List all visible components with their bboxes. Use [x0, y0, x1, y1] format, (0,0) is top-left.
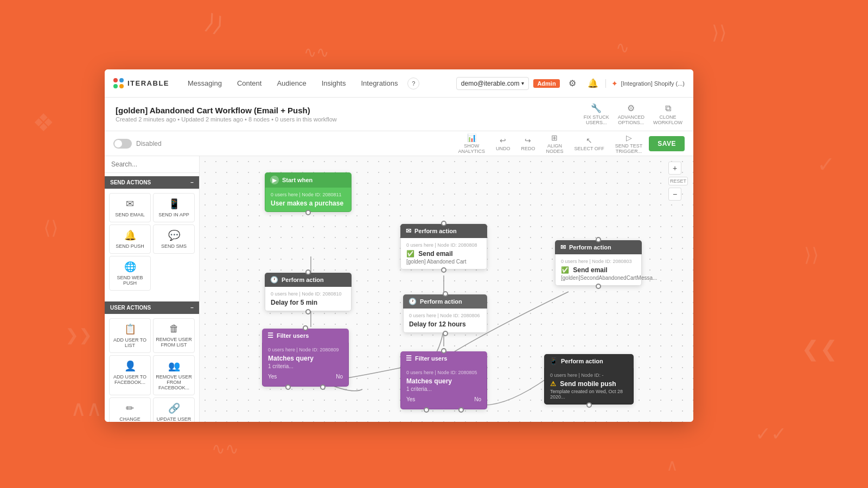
undo-icon: ↩: [500, 136, 506, 145]
clone-workflow-button[interactable]: ⧉ CLONEWORKFLOW: [653, 104, 682, 125]
filter1-node[interactable]: ☰ Filter users 0 users here | Node ID: 2…: [262, 329, 349, 387]
workflow-meta: Created 2 minutes ago • Updated 2 minute…: [116, 116, 337, 123]
send-actions-header[interactable]: SEND ACTIONS −: [105, 176, 199, 189]
filter1-meta: 0 users here | Node ID: 2080809: [268, 347, 343, 352]
select-off-button[interactable]: ↖ SELECT OFF: [570, 134, 609, 153]
settings-button[interactable]: ⚙: [564, 75, 580, 92]
start-node-body: 0 users here | Node ID: 2080811 User mak…: [265, 188, 352, 212]
nav-content[interactable]: Content: [232, 77, 267, 89]
nav-messaging[interactable]: Messaging: [182, 77, 227, 89]
delay2-title: Perform action: [420, 298, 462, 305]
sidebar-item-send-email[interactable]: ✉ SEND EMAIL: [109, 193, 151, 222]
zoom-out-button[interactable]: −: [668, 188, 681, 201]
user-actions-section: USER ACTIONS − 📋 ADD USER TO LIST 🗑 REMO…: [105, 298, 199, 422]
send-email2-status-icon: ✅: [561, 266, 569, 274]
send-email1-title: Perform action: [414, 228, 457, 234]
filter2-title: Filter users: [415, 355, 447, 362]
save-button[interactable]: SAVE: [649, 136, 685, 151]
nav-integrations[interactable]: Integrations: [355, 77, 403, 89]
logo-area: ITERABLE: [113, 78, 169, 89]
sidebar-item-send-sms[interactable]: 💬 SEND SMS: [153, 224, 195, 254]
send-web-push-label: SEND WEB PUSH: [112, 275, 148, 286]
fix-stuck-button[interactable]: 🔧 FIX STUCKUSERS...: [584, 103, 609, 125]
workflow-title: [golden] Abandoned Cart Workflow (Email …: [116, 106, 337, 115]
filter2-icon: ☰: [406, 355, 412, 362]
clone-label: CLONEWORKFLOW: [653, 114, 682, 125]
align-nodes-button[interactable]: ⊞ ALIGN NODES: [541, 131, 567, 156]
search-input[interactable]: [105, 156, 199, 173]
send-test-label: SEND TEST TRIGGER...: [615, 143, 642, 154]
filter2-sub: 1 criteria...: [406, 386, 481, 392]
start-node[interactable]: ▶ Start when 0 users here | Node ID: 208…: [265, 172, 352, 212]
push-header: 📱 Perform action: [544, 354, 634, 368]
nav-audience[interactable]: Audience: [271, 77, 311, 89]
push-node[interactable]: 📱 Perform action 0 users here | Node ID:…: [544, 354, 634, 404]
disabled-toggle[interactable]: Disabled: [113, 139, 162, 149]
fix-stuck-icon: 🔧: [591, 103, 602, 113]
sidebar-item-add-user-facebook[interactable]: 👤 ADD USER TO FACEBOOK...: [109, 355, 151, 395]
send-email1-status-icon: ✅: [406, 250, 414, 258]
zoom-in-button[interactable]: +: [668, 162, 681, 175]
sidebar-item-remove-user-list[interactable]: 🗑 REMOVE USER FROM LIST: [153, 318, 195, 353]
logo-icon: [113, 78, 124, 89]
filter2-node[interactable]: ☰ Filter users 0 users here | Node ID: 2…: [400, 351, 487, 409]
zoom-reset-button[interactable]: RESET: [668, 177, 688, 185]
push-text: Send mobile push: [560, 380, 616, 388]
analytics-icon: 📊: [467, 133, 476, 142]
nav-insights[interactable]: Insights: [316, 77, 352, 89]
sidebar-item-change-contact[interactable]: ✏ CHANGE CONTACT FIELD: [109, 397, 151, 422]
start-node-content: User makes a purchase: [271, 200, 346, 207]
toggle-knob: [114, 140, 122, 147]
select-label: SELECT OFF: [575, 146, 604, 151]
remove-facebook-icon: 👥: [168, 360, 180, 372]
sidebar-item-add-user-list[interactable]: 📋 ADD USER TO LIST: [109, 318, 151, 353]
filter2-yes: Yes: [406, 396, 415, 402]
start-node-meta: 0 users here | Node ID: 2080811: [271, 192, 346, 197]
user-actions-label: USER ACTIONS: [110, 305, 151, 311]
dropdown-icon: ▾: [521, 80, 524, 86]
send-email1-content: ✅ Send email: [406, 250, 481, 258]
sidebar-item-remove-user-facebook[interactable]: 👥 REMOVE USER FROM FACEBOOK...: [153, 355, 195, 395]
delay1-node[interactable]: 🕐 Perform action 0 users here | Node ID:…: [265, 273, 352, 311]
filter2-no: No: [474, 396, 481, 402]
delay2-node[interactable]: 🕐 Perform action 0 users here | Node ID:…: [403, 294, 487, 333]
clone-icon: ⧉: [665, 104, 671, 113]
user-actions-header[interactable]: USER ACTIONS −: [105, 301, 199, 314]
help-button[interactable]: ?: [407, 78, 419, 89]
top-nav: ITERABLE Messaging Content Audience Insi…: [105, 69, 693, 98]
send-actions-collapse[interactable]: −: [190, 179, 194, 185]
send-email2-node[interactable]: ✉ Perform action 0 users here | Node ID:…: [555, 240, 642, 286]
email-selector[interactable]: demo@iterable.com ▾: [456, 77, 529, 90]
send-actions-section: SEND ACTIONS − ✉ SEND EMAIL 📱 SEND IN AP…: [105, 173, 199, 298]
send-email1-body: 0 users here | Node ID: 2080808 ✅ Send e…: [400, 238, 487, 269]
show-analytics-button[interactable]: 📊 SHOW ANALYTICS: [454, 131, 489, 156]
canvas[interactable]: ▶ Start when 0 users here | Node ID: 208…: [200, 156, 693, 422]
sidebar-item-send-web-push[interactable]: 🌐 SEND WEB PUSH: [109, 256, 151, 291]
update-profile-label: UPDATE USER PROFILE WEBHOOK: [156, 416, 192, 422]
send-email1-connector-bottom: [441, 267, 446, 273]
send-actions-label: SEND ACTIONS: [110, 179, 151, 185]
sidebar-item-update-profile[interactable]: 🔗 UPDATE USER PROFILE WEBHOOK: [153, 397, 195, 422]
send-email-label: SEND EMAIL: [115, 212, 145, 217]
filter2-connector-top: [441, 348, 446, 354]
delay2-connector-bottom: [443, 331, 448, 336]
advanced-options-button[interactable]: ⚙ ADVANCEDOPTIONS...: [618, 103, 644, 125]
toggle-switch[interactable]: [113, 139, 132, 149]
filter1-labels: Yes No: [268, 374, 343, 380]
user-actions-grid: 📋 ADD USER TO LIST 🗑 REMOVE USER FROM LI…: [105, 314, 199, 422]
user-actions-collapse[interactable]: −: [190, 305, 194, 311]
delay1-content: Delay for 5 min: [271, 299, 346, 306]
filter2-content: Matches query: [406, 377, 481, 385]
notifications-button[interactable]: 🔔: [585, 75, 601, 92]
sidebar-item-send-in-app[interactable]: 📱 SEND IN APP: [153, 193, 195, 222]
push-icon: 📱: [550, 357, 558, 365]
send-test-button[interactable]: ▷ SEND TEST TRIGGER...: [611, 131, 647, 156]
delay1-connector-top: [305, 269, 311, 275]
sidebar-item-send-push[interactable]: 🔔 SEND PUSH: [109, 224, 151, 254]
send-email1-meta: 0 users here | Node ID: 2080808: [406, 242, 481, 248]
send-email1-text: Send email: [418, 250, 452, 258]
redo-button[interactable]: ↪ REDO: [516, 134, 539, 153]
undo-button[interactable]: ↩ UNDO: [492, 134, 515, 153]
undo-label: UNDO: [496, 146, 510, 151]
send-email1-node[interactable]: ✉ Perform action 0 users here | Node ID:…: [400, 224, 487, 269]
